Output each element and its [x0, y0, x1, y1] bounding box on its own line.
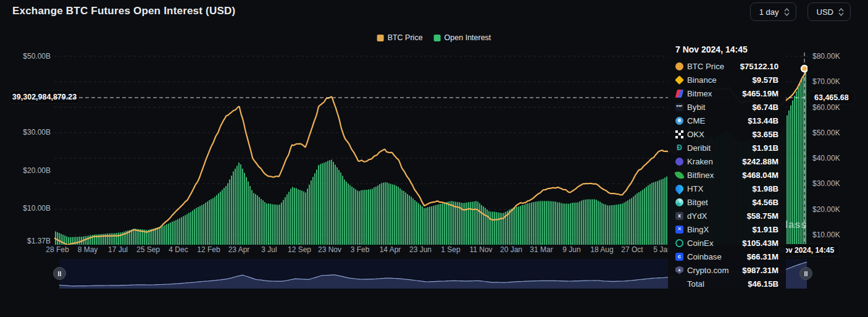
legend-label: BTC Price	[388, 33, 423, 42]
tooltip-row-value: $75122.10	[740, 62, 778, 71]
tooltip-row: BTC Price$75122.10	[675, 59, 778, 73]
tooltip-row-label: Kraken	[687, 157, 738, 166]
left-axis-tick: $10.00B	[7, 204, 51, 213]
x-axis-tick: 23 Nov	[318, 245, 341, 254]
btc-icon	[675, 62, 683, 70]
tooltip-row-value: $1.91B	[752, 225, 778, 234]
tooltip-row-value: $66.31M	[747, 252, 778, 261]
x-axis-tick: 18 Aug	[590, 245, 613, 254]
tooltip-row: Bitfinex$468.04M	[675, 168, 778, 182]
interval-dropdown-value: 1 day	[759, 7, 779, 17]
currency-dropdown[interactable]: USD	[807, 2, 851, 21]
x-axis-tick: 3 Feb	[351, 245, 370, 254]
bitmex-icon	[675, 90, 684, 98]
tooltip-row: Bitmex$465.19M	[675, 87, 778, 100]
okx-icon	[675, 130, 683, 138]
tooltip-row-label: Binance	[687, 75, 748, 85]
x-axis-tick: 23 Apr	[228, 245, 250, 254]
x-axis-tick: 23 Jun	[409, 245, 432, 254]
tooltip-row: HTX$1.98B	[675, 182, 778, 195]
left-axis-tick: $20.00B	[7, 166, 51, 175]
tooltip-row: OKX$3.65B	[675, 127, 778, 141]
navigator-right-handle[interactable]	[799, 267, 812, 280]
hover-point-marker	[801, 66, 807, 72]
tooltip-row-label: CME	[687, 116, 744, 125]
tooltip-row: Total$46.15B	[675, 277, 778, 290]
tooltip-row-value: $468.04M	[742, 171, 778, 180]
tooltip-row-value: $4.56B	[752, 198, 778, 207]
bitget-icon	[675, 198, 683, 206]
tooltip-row: xdYdX$58.75M	[675, 209, 778, 222]
page-title: Exchange BTC Futures Open Interest (USD)	[12, 5, 235, 17]
coinex-icon	[675, 239, 683, 247]
right-axis-tick: $50.00K	[812, 129, 840, 137]
x-axis-tick: 31 Mar	[530, 245, 553, 254]
left-axis-tick: $50.00B	[7, 52, 51, 61]
hover-tooltip: 7 Nov 2024, 14:45 BTC Price$75122.10Bina…	[668, 38, 786, 298]
x-axis-tick: 12 Feb	[197, 245, 220, 254]
x-axis-tick: 3 Jul	[261, 245, 277, 254]
tooltip-row-label: CoinEx	[687, 239, 738, 248]
tooltip-row: CoinEx$105.43M	[675, 236, 778, 250]
x-axis-tick: 8 May	[78, 245, 98, 254]
sort-chevrons-icon	[838, 8, 844, 16]
tooltip-row-label: HTX	[687, 184, 748, 193]
tooltip-row-value: $1.98B	[752, 184, 778, 193]
currency-dropdown-value: USD	[817, 7, 833, 17]
x-axis-tick: 20 Jan	[500, 245, 522, 254]
kraken-icon	[675, 158, 683, 166]
tooltip-row-value: $105.43M	[742, 239, 778, 248]
x-axis-tick: 28 Feb	[46, 245, 69, 254]
tooltip-row-label: Bitmex	[687, 89, 738, 98]
tooltip-row-label: BingX	[687, 225, 748, 234]
tooltip-row-label: Bitfinex	[687, 171, 738, 180]
bingx-icon: ✕	[675, 226, 683, 234]
x-axis-tick: 11 Nov	[469, 245, 492, 254]
x-axis-tick: 14 Apr	[380, 245, 401, 254]
interval-dropdown[interactable]: 1 day	[750, 2, 796, 21]
legend-label: Open Interest	[444, 33, 491, 42]
tooltip-row-label: Total	[687, 279, 744, 289]
right-axis-tick: $20.00K	[812, 205, 840, 214]
tooltip-row-label: Deribit	[687, 143, 748, 153]
x-axis-tick: 9 Jun	[562, 245, 580, 254]
tooltip-row-value: $6.74B	[752, 103, 778, 112]
tooltip-row: ∧Crypto.com$987.31M	[675, 263, 778, 277]
tooltip-row: Bitget$4.56B	[675, 195, 778, 209]
tooltip-row-label: Coinbase	[687, 252, 743, 261]
tooltip-row-value: $242.88M	[742, 157, 778, 166]
tooltip-row: cCoinbase$66.31M	[675, 250, 778, 263]
tooltip-row-value: $3.65B	[752, 130, 778, 139]
bitfinex-icon	[675, 170, 685, 180]
htx-icon	[674, 183, 685, 194]
tooltip-row-label: Bitget	[687, 198, 748, 207]
x-axis-tick: 1 Sep	[441, 245, 460, 254]
tooltip-row-value: $9.57B	[752, 75, 778, 85]
dydx-icon: x	[675, 212, 683, 220]
tooltip-row-value: $58.75M	[747, 211, 778, 221]
tooltip-row: ĐDeribit$1.91B	[675, 141, 778, 154]
tooltip-row-value: $987.31M	[742, 266, 778, 275]
legend-item-open-interest[interactable]: Open Interest	[434, 33, 491, 42]
tooltip-row-value: $13.44B	[748, 116, 778, 125]
tooltip-row-label: Crypto.com	[687, 266, 738, 275]
left-axis-tick: $1.37B	[7, 237, 51, 245]
cryptocom-icon: ∧	[675, 266, 683, 274]
legend-item-btc-price[interactable]: BTC Price	[377, 33, 423, 42]
tooltip-row: BYBITBybit$6.74B	[675, 100, 778, 114]
tooltip-row-label: BTC Price	[687, 62, 737, 71]
navigator-left-handle[interactable]	[53, 267, 66, 280]
tooltip-rows: BTC Price$75122.10Binance$9.57BBitmex$46…	[675, 59, 778, 290]
left-axis-tick: $30.00B	[7, 128, 51, 137]
legend-swatch-icon	[434, 35, 441, 41]
sort-chevrons-icon	[784, 8, 790, 16]
bybit-icon: BYBIT	[675, 103, 683, 111]
right-axis-tick: $80.00K	[812, 52, 840, 61]
right-axis-tick: $30.00K	[812, 179, 840, 188]
x-axis-tick: 4 Dec	[169, 245, 188, 254]
cme-icon	[675, 117, 683, 125]
exchange-btc-futures-open-interest-page: Exchange BTC Futures Open Interest (USD)…	[0, 0, 868, 317]
x-axis-tick: 27 Oct	[621, 245, 643, 254]
x-axis-tick: 17 Jul	[108, 245, 128, 254]
tooltip-row: ✕BingX$1.91B	[675, 222, 778, 236]
